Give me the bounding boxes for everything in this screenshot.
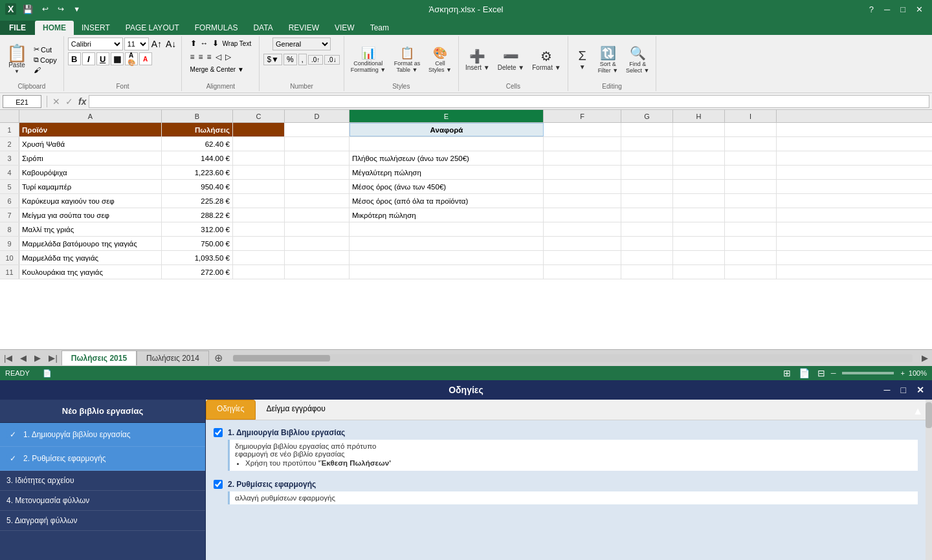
page-layout-view-button[interactable]: 📄 (797, 367, 812, 380)
cell-f3[interactable] (544, 151, 621, 165)
cell-d5[interactable] (285, 180, 350, 193)
sheet-nav-first[interactable]: |◀ (0, 350, 16, 365)
tab-formulas[interactable]: FORMULAS (187, 21, 246, 35)
cell-f10[interactable] (544, 251, 621, 264)
cancel-formula-button[interactable]: ✕ (52, 96, 60, 107)
redo-icon[interactable]: ↪ (55, 3, 67, 15)
font-size-select[interactable]: 11 (124, 38, 149, 50)
section-2-checkbox[interactable] (214, 480, 223, 489)
sheet-tab-active[interactable]: Πωλήσεις 2015 (61, 350, 137, 365)
cell-d10[interactable] (285, 251, 350, 264)
insert-button[interactable]: ➕ Insert ▼ (463, 47, 493, 72)
cell-b8[interactable]: 312.00 € (162, 222, 233, 236)
close-button[interactable]: ✕ (912, 3, 927, 16)
cell-i6[interactable] (725, 194, 777, 208)
cell-h1[interactable] (673, 123, 725, 136)
sidebar-item-3[interactable]: 3. Ιδιότητες αρχείου (0, 471, 205, 491)
underline-button[interactable]: U (96, 52, 109, 65)
quick-save-icon[interactable]: 💾 (20, 3, 36, 16)
align-top-button[interactable]: ⬆ (189, 38, 198, 49)
number-format-select[interactable]: General (272, 38, 331, 50)
tab-review[interactable]: REVIEW (281, 21, 327, 35)
indent-increase-button[interactable]: ▷ (224, 51, 232, 63)
format-painter-button[interactable]: 🖌 (31, 65, 60, 74)
tab-view[interactable]: VIEW (327, 21, 362, 35)
align-bottom-button[interactable]: ⬇ (211, 38, 220, 49)
cell-e7[interactable]: Μικρότερη πώληση (350, 208, 544, 222)
tab-file[interactable]: FILE (0, 21, 35, 35)
sidebar-item-4[interactable]: 4. Μετονομασία φύλλων (0, 491, 205, 511)
col-header-e[interactable]: E (350, 110, 544, 122)
col-header-g[interactable]: G (621, 110, 673, 122)
zoom-in-button[interactable]: + (900, 369, 904, 377)
col-header-a[interactable]: A (19, 110, 162, 122)
col-header-d[interactable]: D (285, 110, 350, 122)
comma-button[interactable]: , (298, 54, 307, 65)
format-button[interactable]: ⚙ Format ▼ (529, 47, 563, 72)
sort-filter-button[interactable]: 🔃 Sort &Filter ▼ (595, 44, 621, 75)
cell-c4[interactable] (233, 166, 285, 179)
cell-a7[interactable]: Μείγμα για σούπα του σεφ (19, 208, 162, 222)
guide-maximize-button[interactable]: □ (897, 383, 910, 396)
cell-b1[interactable]: Πωλήσεις (162, 123, 233, 136)
cell-b7[interactable]: 288.22 € (162, 208, 233, 222)
cell-c2[interactable] (233, 137, 285, 151)
page-break-view-button[interactable]: ⊟ (816, 367, 827, 380)
cell-a3[interactable]: Σιρόπι (19, 151, 162, 165)
cell-i8[interactable] (725, 222, 777, 236)
guide-tab-instructions[interactable]: Οδηγίες (206, 400, 256, 420)
cell-h5[interactable] (673, 180, 725, 193)
undo-icon[interactable]: ↩ (39, 3, 51, 15)
cell-c10[interactable] (233, 251, 285, 264)
maximize-button[interactable]: □ (896, 3, 909, 16)
cell-a9[interactable]: Μαρμελάδα βατόμουρο της γιαγιάς (19, 237, 162, 250)
cell-i3[interactable] (725, 151, 777, 165)
cell-c3[interactable] (233, 151, 285, 165)
tab-insert[interactable]: INSERT (74, 21, 118, 35)
sidebar-item-2[interactable]: ✓ 2. Ρυθμίσεις εφαρμογής (0, 447, 205, 471)
cell-c1[interactable] (233, 123, 285, 136)
cell-a6[interactable]: Καρύκευμα καγιούν του σεφ (19, 194, 162, 208)
cell-h3[interactable] (673, 151, 725, 165)
guide-minimize-button[interactable]: ─ (880, 383, 894, 396)
cell-h8[interactable] (673, 222, 725, 236)
zoom-slider[interactable] (842, 372, 894, 374)
align-right-button[interactable]: ≡ (206, 51, 213, 63)
sheet-nav-last[interactable]: ▶| (45, 350, 61, 365)
cell-b10[interactable]: 1,093.50 € (162, 251, 233, 264)
cell-b4[interactable]: 1,223.60 € (162, 166, 233, 179)
cell-d2[interactable] (285, 137, 350, 151)
cell-c8[interactable] (233, 222, 285, 236)
decrease-font-button[interactable]: A↓ (164, 39, 177, 49)
currency-button[interactable]: $▼ (263, 54, 282, 65)
cell-h6[interactable] (673, 194, 725, 208)
align-center-button[interactable]: ≡ (197, 51, 205, 63)
find-select-button[interactable]: 🔍 Find &Select ▼ (623, 44, 652, 75)
minimize-button[interactable]: ─ (880, 3, 894, 16)
italic-button[interactable]: I (82, 52, 95, 65)
cell-e5[interactable]: Μέσος όρος (άνω των 450€) (350, 180, 544, 193)
cell-d9[interactable] (285, 237, 350, 250)
cell-b3[interactable]: 144.00 € (162, 151, 233, 165)
cell-a2[interactable]: Χρυσή Ψαθά (19, 137, 162, 151)
col-header-i[interactable]: I (725, 110, 777, 122)
guide-tab-sample[interactable]: Δείγμα εγγράφου (256, 400, 337, 420)
cell-g11[interactable] (621, 265, 673, 279)
sheet-nav-next[interactable]: ▶ (30, 350, 45, 365)
cell-e10[interactable] (350, 251, 544, 264)
confirm-formula-button[interactable]: ✓ (65, 96, 73, 107)
cell-b2[interactable]: 62.40 € (162, 137, 233, 151)
tab-home[interactable]: HOME (35, 21, 74, 35)
zoom-out-button[interactable]: ─ (831, 369, 836, 377)
bold-button[interactable]: B (68, 52, 81, 65)
guide-scrollbar[interactable] (926, 400, 932, 560)
indent-decrease-button[interactable]: ◁ (214, 51, 223, 63)
section-1-checkbox[interactable] (214, 428, 223, 437)
cell-e2[interactable] (350, 137, 544, 151)
font-color-button[interactable]: A (139, 52, 152, 65)
cell-e1[interactable]: Αναφορά (350, 123, 544, 136)
cell-a8[interactable]: Μαλλί της γριάς (19, 222, 162, 236)
cell-f1[interactable] (544, 123, 621, 136)
sidebar-scroll-up[interactable]: ▲ (913, 405, 923, 417)
cell-b11[interactable]: 272.00 € (162, 265, 233, 279)
